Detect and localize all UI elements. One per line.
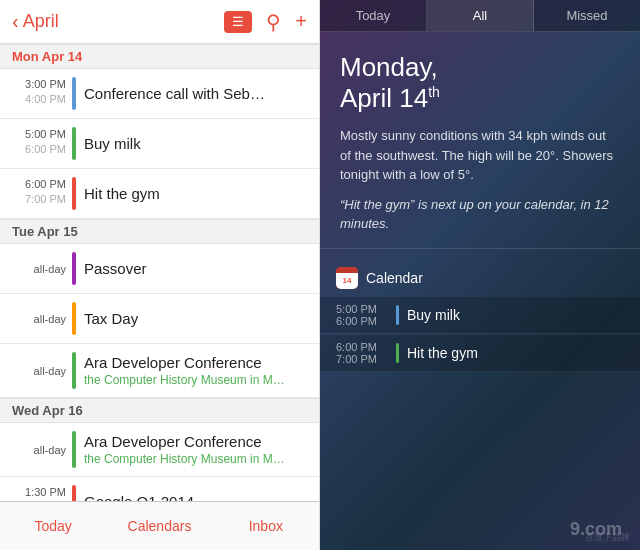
- event-passover[interactable]: all-day Passover: [0, 244, 319, 294]
- calendar-panel: ‹ April ☰ ⚲ + Mon Apr 14 3:00 PM 4:00 PM…: [0, 0, 320, 550]
- segment-control: Today All Missed: [320, 0, 640, 32]
- event-time: 1:30 PM: [0, 477, 72, 501]
- watermark-text: 9.com: [570, 519, 622, 540]
- cal-event-time: 6:00 PM 7:00 PM: [336, 341, 396, 365]
- weather-date: Monday,April 14th: [340, 52, 620, 114]
- event-title: Passover: [84, 260, 311, 277]
- event-allday-label: all-day: [0, 344, 72, 397]
- event-title: Ara Developer Conference: [84, 354, 311, 371]
- back-button[interactable]: ‹ April: [12, 10, 59, 33]
- event-title: Tax Day: [84, 310, 311, 327]
- segment-all[interactable]: All: [427, 0, 534, 31]
- list-icon: ☰: [232, 14, 244, 29]
- notification-content: Monday,April 14th Mostly sunny condition…: [320, 32, 640, 550]
- event-buy-milk[interactable]: 5:00 PM 6:00 PM Buy milk: [0, 119, 319, 169]
- day-header-mon-apr14: Mon Apr 14: [0, 44, 319, 69]
- tab-bar: Today Calendars Inbox: [0, 501, 319, 550]
- day-header-tue-apr15: Tue Apr 15: [0, 219, 319, 244]
- header-icons: ☰ ⚲ +: [224, 10, 307, 34]
- calendar-icon: 14: [336, 267, 358, 289]
- calendar-scroll: Mon Apr 14 3:00 PM 4:00 PM Conference ca…: [0, 44, 319, 501]
- segment-today[interactable]: Today: [320, 0, 427, 31]
- event-subtitle: the Computer History Museum in M…: [84, 373, 311, 387]
- event-conference-call[interactable]: 3:00 PM 4:00 PM Conference call with Seb…: [0, 69, 319, 119]
- event-google-q1[interactable]: 1:30 PM Google Q1 2014: [0, 477, 319, 501]
- event-title: Conference call with Seb…: [84, 85, 311, 102]
- calendar-section-header: 14 Calendar: [320, 259, 640, 297]
- cal-event-buy-milk[interactable]: 5:00 PM 6:00 PM Buy milk: [320, 297, 640, 334]
- event-title: Google Q1 2014: [84, 493, 311, 501]
- cal-event-time: 5:00 PM 6:00 PM: [336, 303, 396, 327]
- cal-icon-body: 14: [336, 273, 358, 289]
- calendar-section: 14 Calendar 5:00 PM 6:00 PM Buy milk 6:0…: [320, 249, 640, 383]
- list-view-button[interactable]: ☰: [224, 11, 252, 33]
- month-title: April: [23, 11, 59, 32]
- segment-missed[interactable]: Missed: [534, 0, 640, 31]
- event-ara-dev-conf-wed[interactable]: all-day Ara Developer Conference the Com…: [0, 423, 319, 477]
- event-tax-day[interactable]: all-day Tax Day: [0, 294, 319, 344]
- add-event-button[interactable]: +: [295, 10, 307, 33]
- calendar-header: ‹ April ☰ ⚲ +: [0, 0, 319, 44]
- watermark: 9.com 百度下品牌: [585, 531, 630, 544]
- tab-today[interactable]: Today: [0, 510, 106, 542]
- event-allday-label: all-day: [0, 423, 72, 476]
- tab-inbox[interactable]: Inbox: [213, 510, 319, 542]
- search-button[interactable]: ⚲: [266, 10, 281, 34]
- chevron-left-icon: ‹: [12, 10, 19, 33]
- cal-event-bar: [396, 305, 399, 325]
- weather-description: Mostly sunny conditions with 34 kph wind…: [340, 126, 620, 185]
- weather-reminder: “Hit the gym” is next up on your calenda…: [340, 195, 620, 234]
- event-subtitle: the Computer History Museum in M…: [84, 452, 311, 466]
- cal-event-hit-the-gym[interactable]: 6:00 PM 7:00 PM Hit the gym: [320, 335, 640, 372]
- tab-calendars[interactable]: Calendars: [106, 510, 212, 542]
- cal-event-title: Buy milk: [407, 303, 460, 327]
- event-title: Ara Developer Conference: [84, 433, 311, 450]
- event-time: 5:00 PM 6:00 PM: [0, 119, 72, 168]
- event-title: Buy milk: [84, 135, 311, 152]
- event-hit-the-gym[interactable]: 6:00 PM 7:00 PM Hit the gym: [0, 169, 319, 219]
- event-allday-label: all-day: [0, 244, 72, 293]
- day-header-wed-apr16: Wed Apr 16: [0, 398, 319, 423]
- event-title: Hit the gym: [84, 185, 311, 202]
- calendar-section-label: Calendar: [366, 270, 423, 286]
- cal-event-title: Hit the gym: [407, 341, 478, 365]
- notification-center-panel: Today All Missed Monday,April 14th Mostl…: [320, 0, 640, 550]
- event-allday-label: all-day: [0, 294, 72, 343]
- event-time: 3:00 PM 4:00 PM: [0, 69, 72, 118]
- event-time: 6:00 PM 7:00 PM: [0, 169, 72, 218]
- cal-event-bar: [396, 343, 399, 363]
- event-ara-dev-conf-tue[interactable]: all-day Ara Developer Conference the Com…: [0, 344, 319, 398]
- weather-section: Monday,April 14th Mostly sunny condition…: [320, 32, 640, 249]
